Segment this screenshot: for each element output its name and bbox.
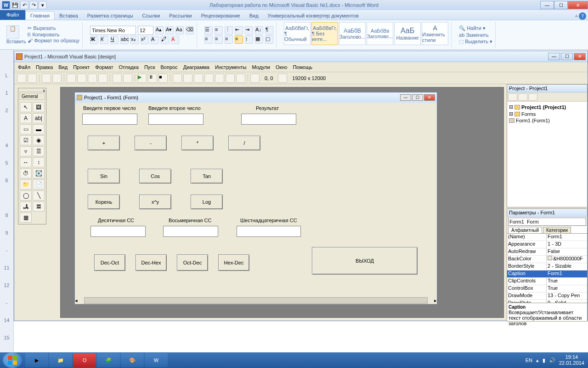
- tb-open-icon[interactable]: [42, 74, 51, 83]
- italic-icon[interactable]: К: [100, 36, 108, 44]
- button-tan[interactable]: Tan: [191, 169, 223, 184]
- menu-window[interactable]: Окно: [276, 64, 288, 70]
- form-canvas[interactable]: Введите первое число Введите второе числ…: [76, 104, 436, 296]
- vb-close-button[interactable]: ✕: [574, 53, 586, 60]
- menu-query[interactable]: Вопрос: [161, 64, 178, 70]
- tb-copy-icon[interactable]: [77, 74, 86, 83]
- menu-project[interactable]: Проект: [73, 64, 90, 70]
- taskbar-item-media[interactable]: ▶: [25, 353, 48, 367]
- property-row[interactable]: (Name)Form1: [507, 234, 587, 241]
- superscript-icon[interactable]: x²: [141, 36, 149, 44]
- tb-stop-icon[interactable]: ■: [158, 74, 168, 83]
- tool-data-icon[interactable]: 𝌆: [33, 201, 45, 212]
- subscript-icon[interactable]: x₂: [130, 36, 139, 44]
- menu-addins[interactable]: Модули: [252, 64, 270, 70]
- tb-toolbox-icon[interactable]: [215, 74, 224, 83]
- menu-debug[interactable]: Отладка: [119, 64, 138, 70]
- tb-dataconn-icon[interactable]: [226, 74, 235, 83]
- tool-image-icon[interactable]: 🏞: [20, 201, 32, 212]
- cut-button[interactable]: ✂ Вырезать: [28, 25, 79, 31]
- tool-hscroll-icon[interactable]: ↔: [20, 157, 32, 167]
- textbox-dec[interactable]: [90, 226, 146, 237]
- style-nospace[interactable]: АаБбВвГг,¶ Без инте...: [311, 22, 338, 45]
- property-row[interactable]: Appearance1 - 3D: [507, 241, 587, 248]
- taskbar-item-explorer[interactable]: 📁: [49, 353, 72, 367]
- save-icon[interactable]: 💾: [11, 1, 19, 9]
- copy-button[interactable]: ⎘ Копировать: [28, 32, 79, 37]
- align-right-icon[interactable]: ≡: [225, 35, 233, 44]
- taskbar-item-vb[interactable]: 🧩: [97, 353, 120, 367]
- textbox-result[interactable]: [241, 114, 296, 125]
- tool-textbox-icon[interactable]: ab|: [33, 113, 45, 123]
- word-app-icon[interactable]: W: [2, 1, 10, 9]
- tb-addproject-icon[interactable]: [28, 74, 37, 83]
- property-row[interactable]: AutoRedrawFalse: [507, 248, 587, 256]
- tool-listbox-icon[interactable]: ☰: [33, 146, 45, 156]
- button-sin[interactable]: Sin: [88, 169, 120, 184]
- button-dec-hex[interactable]: Dec-Hex: [136, 254, 167, 271]
- properties-grid[interactable]: (Name)Form1Appearance1 - 3DAutoRedrawFal…: [507, 234, 587, 303]
- button-plus[interactable]: +: [88, 136, 120, 150]
- style-normal[interactable]: АаБбВвГг,¶ Обычный: [284, 22, 311, 45]
- tool-dirlist-icon[interactable]: 📁: [20, 179, 32, 190]
- tool-label-icon[interactable]: A: [20, 113, 32, 123]
- line-spacing-icon[interactable]: ↕: [245, 35, 253, 44]
- tb-addform-icon[interactable]: [17, 74, 26, 83]
- tb-find-icon[interactable]: [98, 74, 107, 83]
- taskbar-item-paint[interactable]: 🎨: [121, 353, 144, 367]
- button-exit[interactable]: ВЫХОД: [312, 247, 418, 275]
- minimize-button[interactable]: —: [540, 1, 554, 9]
- help-icon[interactable]: ?: [579, 12, 586, 20]
- indent-inc-icon[interactable]: ⇥: [245, 26, 253, 34]
- vb-maximize-button[interactable]: ☐: [561, 53, 573, 60]
- strike-icon[interactable]: abc: [120, 36, 129, 44]
- property-row[interactable]: BackColor&H8000000F: [507, 256, 587, 263]
- menu-diagram[interactable]: Диаграмма: [183, 64, 209, 70]
- tab-converter[interactable]: Универсальный конвертер документов: [263, 12, 363, 20]
- tab-insert[interactable]: Вставка: [55, 12, 83, 20]
- menu-run[interactable]: Пуск: [144, 64, 155, 70]
- style-title[interactable]: АаБНазвание: [394, 22, 421, 45]
- grow-font-icon[interactable]: A▴: [155, 26, 164, 34]
- maximize-button[interactable]: ☐: [554, 1, 568, 9]
- form-minimize-button[interactable]: —: [400, 94, 411, 101]
- button-divide[interactable]: /: [228, 136, 260, 150]
- tab-file[interactable]: Файл: [0, 10, 25, 20]
- shading-icon[interactable]: ▦: [255, 35, 263, 44]
- multilevel-icon[interactable]: ⋮: [225, 26, 233, 34]
- button-hex-dec[interactable]: Hex-Dec: [218, 254, 249, 271]
- tool-line-icon[interactable]: ╲: [33, 190, 45, 201]
- tool-filelist-icon[interactable]: 📄: [33, 179, 45, 190]
- tool-checkbox-icon[interactable]: ☑: [20, 135, 32, 145]
- style-heading2[interactable]: АаБбВвЗаголово...: [367, 22, 393, 45]
- tb-properties-icon[interactable]: [183, 74, 192, 83]
- change-case-icon[interactable]: Aa: [175, 26, 184, 34]
- tb-formlayout-icon[interactable]: [194, 74, 203, 83]
- tb-run-icon[interactable]: ▶: [137, 74, 147, 83]
- tool-frame-icon[interactable]: ▭: [20, 124, 32, 134]
- tool-drivelist-icon[interactable]: 💽: [33, 168, 45, 178]
- tool-button-icon[interactable]: ▬: [33, 124, 45, 134]
- bold-icon[interactable]: Ж: [90, 36, 98, 44]
- menu-format[interactable]: Формат: [95, 64, 113, 70]
- tool-option-icon[interactable]: ◉: [33, 135, 45, 145]
- justify-icon[interactable]: ≡: [235, 35, 243, 44]
- toolbox-close-icon[interactable]: x: [18, 88, 46, 92]
- tab-categorized[interactable]: Категории: [543, 227, 571, 233]
- button-sqrt[interactable]: Корень: [88, 195, 120, 209]
- style-heading1[interactable]: АаБбВЗаголово...: [339, 22, 366, 45]
- properties-object-select[interactable]: [508, 218, 586, 226]
- ribbon-minimize-icon[interactable]: ▵: [575, 12, 578, 18]
- project-tree[interactable]: ⊟Project1 (Project1) ⊟Forms Form1 (Form1…: [507, 102, 587, 126]
- tree-form1[interactable]: Form1 (Form1): [516, 118, 550, 123]
- taskbar-item-word[interactable]: W: [145, 353, 168, 367]
- indent-dec-icon[interactable]: ⇤: [235, 26, 243, 34]
- tool-ole-icon[interactable]: ▦: [20, 213, 32, 223]
- tool-timer-icon[interactable]: ⏱: [20, 168, 32, 178]
- font-color-icon[interactable]: A: [171, 36, 179, 44]
- tab-review[interactable]: Рецензирование: [197, 12, 245, 20]
- numbering-icon[interactable]: ≡: [215, 26, 223, 34]
- property-row[interactable]: CaptionForm1: [507, 270, 587, 278]
- tb-save-icon[interactable]: [52, 74, 62, 83]
- tray-flag-icon[interactable]: ▴: [536, 357, 539, 363]
